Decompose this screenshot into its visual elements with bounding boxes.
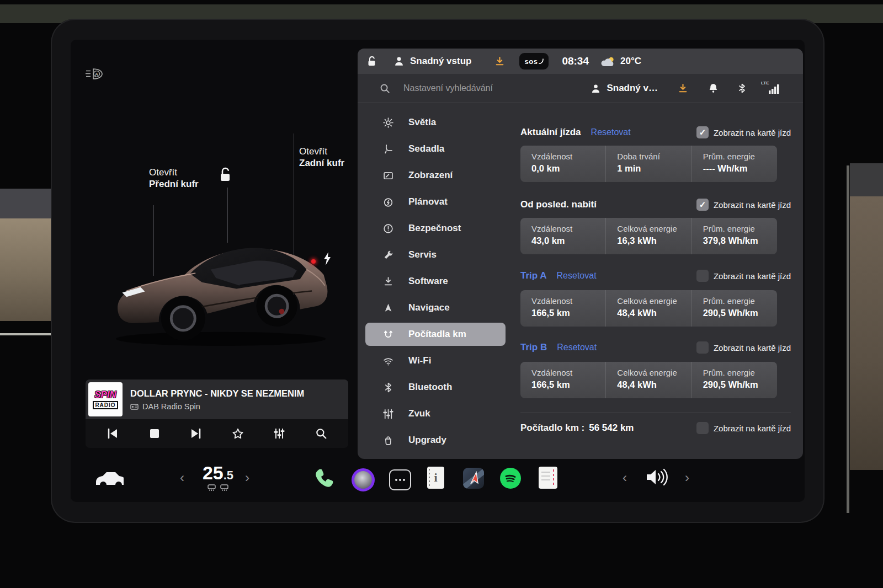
climate-vent-icons [201,484,235,491]
show-on-card-label: Zobrazit na kartě jízd [714,343,791,352]
radio-source-icon [130,403,139,410]
lte-signal-icon: LTE [765,82,780,94]
stat-value: 166,5 km [531,308,605,318]
show-on-card-label: Zobrazit na kartě jízd [714,271,791,281]
stat-label: Prům. energie [703,152,777,161]
svg-text:A: A [95,72,99,77]
maps-app-icon[interactable] [463,468,484,489]
dashboard-trim [0,189,55,218]
volume-button[interactable] [645,467,669,488]
stat-value: 379,8 Wh/km [703,236,777,246]
show-on-card-checkbox[interactable] [696,341,709,354]
stat-label: Vzdálenost [531,296,605,306]
show-on-card-label: Zobrazit na kartě jízd [714,128,791,137]
sos-badge: sos [519,53,549,70]
bluetooth-status-icon[interactable] [738,83,746,94]
stat-value: 166,5 km [531,379,605,390]
touchscreen: A Otevřít Přední kufr Otevřít Zadní kufr [71,40,805,502]
settings-search-row: Nastavení vyhledávání Snadný v… [358,74,803,103]
stat-value: 48,4 kWh [617,308,691,318]
volume-down-chevron[interactable]: ‹ [623,471,627,484]
wood-trim-left [0,218,55,321]
trip-b-header: Trip B Resetovat Zobrazit na kartě jízd [520,340,791,355]
equalizer-button[interactable] [272,426,286,441]
charging-bolt-icon[interactable] [322,252,332,266]
stat-value: 48,4 kWh [617,379,691,390]
stat-value: 43,0 km [531,236,605,246]
show-on-card-label: Zobrazit na kartě jízd [714,424,791,433]
since-charge-header: Od posled. nabití Zobrazit na kartě jízd [520,197,791,212]
section-title: Aktuální jízda [520,127,581,138]
stop-button[interactable] [147,426,162,441]
media-search-button[interactable] [314,426,328,441]
stat-label: Vzdálenost [531,152,605,161]
reset-button[interactable]: Resetovat [591,127,631,137]
stat-label: Prům. energie [703,368,777,377]
weather-cloud-icon [600,56,615,67]
unlock-icon[interactable] [217,167,233,183]
dashcam-record-button[interactable] [352,468,375,491]
dashboard-trim [0,333,55,335]
settings-panel: Snadný vstup sos 08:34 20° [358,49,803,459]
open-frunk-button[interactable]: Otevřít Přední kufr [149,167,199,190]
favorite-star-button[interactable] [231,426,245,441]
reset-button[interactable]: Resetovat [557,343,597,352]
media-source: DAB Radio Spin [142,402,200,411]
odometer-row: Počítadlo km : 56 542 km Zobrazit na kar… [520,420,791,436]
spin-logo-top: SPIN [94,389,116,400]
spotify-app-icon[interactable] [500,468,521,489]
show-on-card-checkbox[interactable] [696,199,709,211]
open-trunk-button[interactable]: Otevřít Zadní kufr [299,146,344,169]
driver-profile-icon[interactable] [393,56,405,67]
search-icon[interactable] [380,83,390,94]
stat-label: Prům. energie [703,224,777,233]
current-trip-card: Vzdálenost 0,0 km Doba trvání 1 min Prům… [520,146,777,182]
reset-button[interactable]: Resetovat [557,271,597,281]
tesla-infotainment: A Otevřít Přední kufr Otevřít Zadní kufr [0,0,883,588]
frunk-label: Přední kufr [149,178,199,190]
spin-logo-bottom: RADIO [93,401,118,409]
temp-up-chevron[interactable]: › [245,471,249,484]
open-frunk-label: Otevřít [149,167,199,178]
lock-open-icon[interactable] [366,56,377,67]
software-update-icon[interactable] [494,56,505,67]
status-bar: Snadný vstup sos 08:34 20° [358,49,803,74]
stat-label: Celková energie [617,224,691,233]
stat-label: Vzdálenost [531,224,605,233]
app-launcher-button[interactable] [389,469,411,490]
volume-up-chevron[interactable]: › [685,471,689,484]
profile-menu-button[interactable]: Snadný v… [591,83,658,94]
trunk-label: Zadní kufr [299,157,344,169]
show-on-card-checkbox[interactable] [696,270,709,282]
wood-trim-right [850,196,883,470]
notifications-bell-icon[interactable] [708,83,719,94]
current-trip-header: Aktuální jízda Resetovat Zobrazit na kar… [520,125,791,140]
temp-down-chevron[interactable]: ‹ [180,471,184,484]
search-input[interactable]: Nastavení vyhledávání [403,83,493,93]
profile-menu-label: Snadný v… [607,83,658,94]
section-title: Od posled. nabití [520,199,597,210]
stat-label: Prům. energie [703,296,777,306]
show-on-card-checkbox[interactable] [696,126,709,138]
notes-app-icon[interactable] [539,467,557,489]
cabin-temperature[interactable]: 25.5 [193,462,243,484]
media-now-playing[interactable]: SPIN RADIO DOLLAR PRYNC - NIKDY SE NEZME… [86,379,348,419]
driver-profile-name[interactable]: Snadný vstup [410,56,471,67]
phone-app-icon[interactable] [313,468,336,489]
car-visualization [110,204,337,353]
trip-a-card: Vzdálenost 166,5 km Celková energie 48,4… [520,290,777,327]
update-download-icon[interactable] [678,83,688,94]
manual-app-icon[interactable]: i [427,467,444,489]
auto-headlight-icon: A [84,66,106,82]
show-on-card-checkbox[interactable] [696,422,709,434]
clock: 08:34 [562,55,589,67]
section-title: Trip B [520,342,547,353]
stat-value: 290,5 Wh/km [703,379,777,390]
next-track-button[interactable] [189,426,203,441]
trip-b-card: Vzdálenost 166,5 km Celková energie 48,4… [520,362,777,398]
stat-label: Doba trvání [617,152,691,161]
section-title: Trip A [520,270,547,281]
divider [520,413,791,413]
previous-track-button[interactable] [105,426,120,441]
car-menu-button[interactable] [94,469,124,488]
